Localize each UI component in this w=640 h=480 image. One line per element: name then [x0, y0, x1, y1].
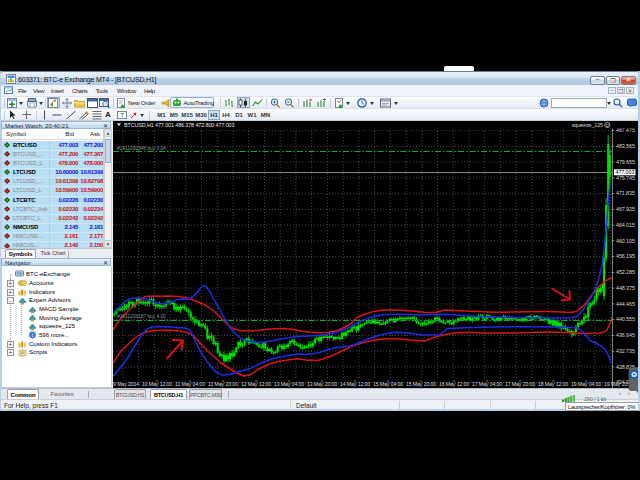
svg-text:19 May 04:00: 19 May 04:00 [571, 381, 601, 387]
svg-text:#1411092346 buy 0.04: #1411092346 buy 0.04 [117, 145, 166, 151]
svg-text:BTCUSD,H1 477.001 486.378 47: BTCUSD,H1 477.001 486.378 472.800 477.00… [124, 122, 234, 128]
svg-text:432.735: 432.735 [616, 348, 635, 354]
svg-text:471.835: 471.835 [616, 190, 635, 196]
svg-text:15 May 20:00: 15 May 20:00 [406, 381, 436, 387]
svg-text:479.655: 479.655 [616, 159, 635, 165]
svg-text:17 May 04:00: 17 May 04:00 [472, 381, 502, 387]
svg-text:440.555: 440.555 [616, 316, 635, 322]
svg-text:467.925: 467.925 [616, 206, 635, 212]
svg-text:13 May 04:00: 13 May 04:00 [274, 381, 304, 387]
svg-text:13 May 20:00: 13 May 20:00 [307, 381, 337, 387]
svg-text:477.003: 477.003 [616, 169, 635, 175]
svg-text:17 May 20:00: 17 May 20:00 [505, 381, 535, 387]
svg-text:12 May 12:00: 12 May 12:00 [241, 381, 271, 387]
svg-text:456.195: 456.195 [616, 253, 635, 259]
svg-text:475.745: 475.745 [616, 175, 635, 181]
svg-text:T: T [120, 112, 124, 118]
svg-text:452.285: 452.285 [616, 269, 635, 275]
svg-text:483.565: 483.565 [616, 143, 635, 149]
svg-text:16 May 12:00: 16 May 12:00 [439, 381, 469, 387]
svg-text:15 May 04:00: 15 May 04:00 [373, 381, 403, 387]
svg-text:squeeze_125: squeeze_125 [572, 122, 603, 128]
svg-text:14 May 12:00: 14 May 12:00 [340, 381, 370, 387]
svg-text:9 May 2014: 9 May 2014 [113, 381, 139, 387]
svg-text:10 May 12:00: 10 May 12:00 [142, 381, 172, 387]
svg-text:#1411206187 buy 4.00: #1411206187 buy 4.00 [117, 313, 166, 319]
svg-text:464.015: 464.015 [616, 222, 635, 228]
svg-text:444.465: 444.465 [616, 301, 635, 307]
svg-text:11 May 04:00: 11 May 04:00 [175, 381, 205, 387]
svg-text:448.375: 448.375 [616, 285, 635, 291]
svg-text:18 May 12:00: 18 May 12:00 [538, 381, 568, 387]
svg-text:460.105: 460.105 [616, 238, 635, 244]
svg-text:11 May 20:00: 11 May 20:00 [208, 381, 238, 387]
svg-text:436.645: 436.645 [616, 332, 635, 338]
